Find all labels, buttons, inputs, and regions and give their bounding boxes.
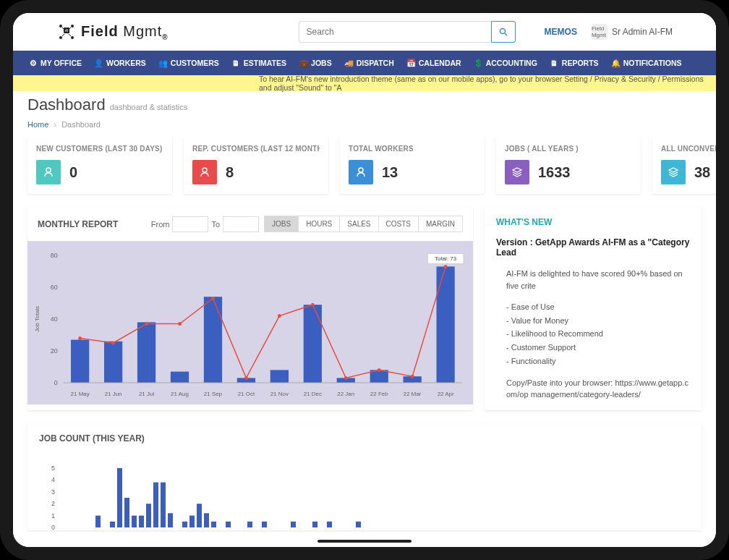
svg-text:2: 2	[51, 500, 55, 507]
svg-rect-72	[146, 504, 151, 527]
news-intro: AI-FM is delighted to have scored 90+% b…	[496, 268, 690, 292]
logo-text: Field Mgmt®	[81, 23, 169, 41]
svg-point-53	[344, 376, 348, 380]
svg-text:21 Oct: 21 Oct	[238, 391, 255, 397]
news-bullet: - Customer Support	[506, 341, 690, 355]
report-title: MONTHLY REPORT	[38, 219, 148, 229]
svg-rect-79	[204, 514, 209, 528]
nav-dispatch[interactable]: 🚚DISPATCH	[339, 59, 400, 67]
nav-accounting[interactable]: 💲ACCOUNTING	[469, 59, 543, 67]
svg-rect-71	[139, 516, 144, 527]
news-bullet: - Value for Money	[506, 314, 690, 328]
svg-text:1: 1	[51, 512, 55, 519]
job-count-title: JOB COUNT (THIS YEAR)	[39, 433, 690, 444]
svg-rect-85	[312, 522, 317, 527]
crumb-home[interactable]: Home	[27, 120, 48, 129]
nav-notifications[interactable]: 🔔NOTIFICATIONS	[606, 59, 688, 67]
memos-link[interactable]: MEMOS	[545, 27, 577, 37]
svg-point-4	[71, 36, 74, 39]
svg-point-48	[178, 322, 182, 326]
svg-point-2	[71, 25, 74, 27]
report-tab-sales[interactable]: SALES	[339, 216, 378, 232]
svg-point-51	[278, 314, 281, 318]
stat-card[interactable]: REP. CUSTOMERS (LAST 12 MONTH) 8	[184, 137, 328, 194]
search-button[interactable]	[491, 21, 516, 43]
svg-rect-21	[71, 340, 89, 383]
page-subtitle: dashboard & statistics	[110, 103, 188, 111]
stat-card[interactable]: ALL UNCONVERT 38	[652, 137, 716, 194]
user-name: Sr Admin AI-FM	[612, 27, 673, 37]
svg-point-47	[145, 322, 148, 326]
top-bar: AI Field Mgmt® MEMOS Field Mgmt Sr Admin…	[13, 13, 716, 51]
svg-text:21 Sep: 21 Sep	[204, 391, 223, 397]
svg-text:40: 40	[51, 315, 58, 323]
stat-label: JOBS ( ALL YEARS )	[505, 145, 632, 153]
nav-calendar[interactable]: 📅CALENDAR	[401, 59, 467, 67]
svg-text:0: 0	[51, 524, 55, 530]
bell-icon: 🔔	[612, 59, 621, 67]
from-input[interactable]	[172, 216, 208, 232]
svg-text:22 Mar: 22 Mar	[404, 391, 422, 397]
svg-text:22 Jan: 22 Jan	[337, 391, 354, 397]
svg-text:0: 0	[54, 379, 58, 386]
svg-point-46	[111, 341, 115, 345]
nav-jobs[interactable]: 💼JOBS	[294, 59, 338, 67]
svg-rect-87	[356, 522, 361, 527]
svg-point-52	[311, 303, 315, 307]
stats-row: NEW CUSTOMERS (LAST 30 DAYS) 0 REP. CUST…	[13, 137, 716, 207]
svg-point-56	[444, 265, 448, 268]
svg-rect-84	[291, 522, 296, 527]
user-icon	[192, 160, 217, 184]
breadcrumb: Home › Dashboard	[13, 116, 716, 137]
crumb-current: Dashboard	[61, 120, 101, 129]
svg-text:80: 80	[51, 252, 58, 259]
news-bullets: - Ease of Use- Value for Money- Likeliho…	[496, 300, 690, 368]
report-tab-margin[interactable]: MARGIN	[418, 216, 463, 232]
stat-card[interactable]: JOBS ( ALL YEARS ) 1633	[496, 137, 641, 194]
stat-card[interactable]: NEW CUSTOMERS (LAST 30 DAYS) 0	[27, 137, 172, 194]
svg-text:Job Totals: Job Totals	[34, 306, 40, 332]
nav-customers[interactable]: 👥CUSTOMERS	[153, 59, 225, 67]
svg-text:21 Dec: 21 Dec	[304, 391, 322, 397]
report-tab-jobs[interactable]: JOBS	[264, 216, 299, 232]
users-icon: 👥	[159, 59, 168, 67]
svg-rect-25	[137, 322, 155, 383]
news-version: Version : GetApp Awards AI-FM as a "Cate…	[496, 237, 690, 258]
svg-text:21 Aug: 21 Aug	[171, 391, 189, 397]
svg-point-10	[500, 29, 505, 34]
app-logo: AI Field Mgmt®	[56, 22, 169, 42]
svg-text:20: 20	[51, 347, 58, 355]
to-input[interactable]	[223, 216, 259, 232]
nav-estimates[interactable]: 🗎ESTIMATES	[226, 59, 292, 67]
svg-rect-33	[270, 370, 289, 383]
logo-icon: AI	[56, 22, 77, 42]
nav-workers[interactable]: 👤WORKERS	[89, 59, 152, 67]
svg-line-8	[69, 34, 71, 36]
svg-rect-76	[182, 522, 187, 527]
monthly-chart: 020406080Job Totals21 May21 Jun21 Jul21 …	[27, 241, 473, 404]
nav-my-office[interactable]: ⚙MY OFFICE	[23, 59, 88, 67]
svg-rect-73	[153, 483, 158, 527]
user-menu[interactable]: Field Mgmt Sr Admin AI-FM	[592, 24, 673, 40]
stat-card[interactable]: TOTAL WORKERS 13	[340, 137, 485, 194]
briefcase-icon: 💼	[299, 59, 308, 67]
search-input[interactable]	[299, 21, 491, 43]
stat-value: 8	[226, 164, 234, 181]
svg-point-3	[59, 36, 62, 39]
svg-point-50	[244, 376, 248, 380]
report-tab-hours[interactable]: HOURS	[298, 216, 340, 232]
svg-rect-80	[211, 522, 216, 527]
report-tab-costs[interactable]: COSTS	[378, 216, 419, 232]
svg-rect-69	[124, 498, 129, 527]
stack-icon	[661, 160, 686, 184]
nav-reports[interactable]: 🗎REPORTS	[545, 59, 605, 67]
stat-label: NEW CUSTOMERS (LAST 30 DAYS)	[36, 145, 163, 153]
svg-text:3: 3	[51, 488, 55, 496]
svg-text:22 Apr: 22 Apr	[438, 391, 454, 397]
svg-line-7	[62, 34, 64, 36]
monthly-report-panel: MONTHLY REPORT From To JOBSHOURSSALESCOS…	[27, 207, 473, 410]
stat-label: ALL UNCONVERT	[661, 145, 716, 153]
svg-text:21 Nov: 21 Nov	[270, 391, 289, 397]
svg-text:21 May: 21 May	[71, 391, 90, 397]
svg-text:21 Jun: 21 Jun	[105, 391, 122, 397]
